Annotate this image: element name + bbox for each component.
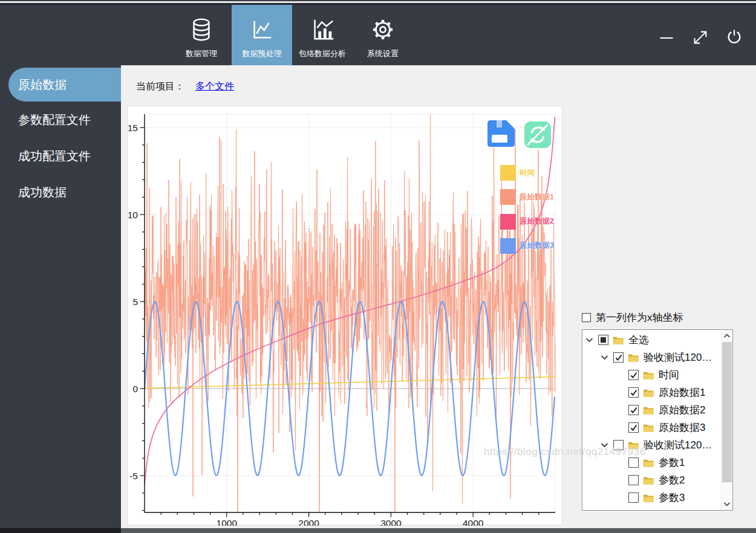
folder-icon [643, 389, 654, 397]
chart: -50510151000200030004000 [128, 106, 563, 526]
svg-text:2000: 2000 [298, 518, 319, 526]
tree-checkbox[interactable] [628, 493, 639, 503]
minimize-button[interactable] [657, 28, 676, 47]
gear-icon [370, 11, 396, 48]
bar-chart-icon [309, 11, 336, 48]
window-bottom-edge [0, 528, 121, 533]
svg-text:1000: 1000 [217, 518, 238, 526]
folder-icon [643, 494, 654, 502]
tree-scrollbar[interactable] [721, 331, 732, 509]
floppy-disk-icon [487, 120, 515, 147]
main-content: 当前项目：多个文件 -50510151000200030004000 时间原始数… [121, 65, 756, 528]
save-button[interactable] [487, 120, 515, 147]
tree-row[interactable]: 原始数据2 [583, 401, 721, 419]
scrollbar-up-button[interactable] [722, 331, 732, 341]
svg-text:-5: -5 [129, 471, 138, 481]
toolbar-tabs: 数据管理 数据预处理 包络数据分析 [171, 5, 413, 65]
tree-item-label: 验收测试120… [644, 438, 712, 452]
data-tree: 全选验收测试120…时间原始数据1原始数据2原始数据3验收测试120…参数1参数… [583, 331, 721, 510]
tree-checkbox[interactable] [628, 370, 639, 380]
tree-row[interactable]: 时间 [583, 366, 721, 384]
tab-label: 数据管理 [186, 48, 217, 59]
folder-icon [643, 424, 654, 432]
tree-row[interactable]: 参数2 [583, 471, 721, 489]
tree-row[interactable]: 验收测试120… [583, 349, 721, 366]
database-icon [189, 11, 214, 48]
tree-item-label: 原始数据3 [659, 421, 705, 434]
data-tree-panel: 全选验收测试120…时间原始数据1原始数据2原始数据3验收测试120…参数1参数… [582, 329, 733, 511]
sidebar-item-label: 参数配置文件 [18, 113, 91, 126]
sidebar-item-label: 成功配置文件 [18, 149, 91, 163]
tab-label: 系统设置 [367, 48, 399, 59]
toolbar: 数据管理 数据预处理 包络数据分析 [0, 5, 756, 65]
sidebar-item-label: 原始数据 [18, 78, 67, 91]
tree-checkbox[interactable] [628, 422, 639, 433]
tree-item-label: 时间 [659, 368, 679, 382]
scrollbar-down-button[interactable] [722, 499, 732, 509]
sidebar-item-success-data[interactable]: 成功数据 [0, 178, 121, 207]
sidebar-item-label: 成功数据 [18, 186, 67, 199]
tree-checkbox[interactable] [628, 475, 639, 485]
tab-data-management[interactable]: 数据管理 [171, 5, 232, 65]
folder-icon [643, 406, 654, 415]
tree-row[interactable]: 参数3 [583, 489, 721, 506]
tree-row[interactable]: 原始数据1 [583, 384, 721, 401]
scrollbar-thumb[interactable] [722, 342, 732, 482]
chevron-down-icon[interactable] [601, 355, 613, 360]
tree-item-label: 验收测试120… [644, 350, 712, 364]
chart-panel: -50510151000200030004000 时间原始数据1原始数据2原始数… [127, 106, 562, 525]
sidebar: 原始数据 参数配置文件 成功配置文件 成功数据 [0, 65, 121, 528]
tree-row[interactable]: 原始数据3 [583, 419, 721, 436]
power-button[interactable] [725, 28, 744, 47]
sidebar-item-param-config-file[interactable]: 参数配置文件 [0, 105, 121, 134]
svg-text:3000: 3000 [380, 518, 402, 526]
tab-system-settings[interactable]: 系统设置 [353, 5, 413, 65]
svg-text:10: 10 [128, 210, 138, 220]
x-axis-option-row: 第一列作为x轴坐标 [582, 311, 683, 325]
window-top-edge [0, 0, 756, 5]
tree-item-label: 参数1 [659, 456, 685, 470]
tree-item-label: 原始数据2 [659, 403, 705, 417]
current-project-row: 当前项目：多个文件 [136, 80, 234, 93]
project-label: 当前项目： [136, 81, 184, 91]
tree-checkbox[interactable] [628, 387, 639, 398]
svg-text:5: 5 [132, 297, 138, 307]
sidebar-item-raw-data[interactable]: 原始数据 [8, 68, 121, 102]
tab-label: 包络数据分析 [299, 48, 346, 59]
folder-icon [643, 371, 654, 380]
svg-text:15: 15 [128, 123, 138, 133]
first-column-as-x-label: 第一列作为x轴坐标 [596, 311, 683, 325]
first-column-as-x-checkbox[interactable] [582, 313, 591, 322]
project-link[interactable]: 多个文件 [195, 81, 234, 91]
line-chart-icon [249, 11, 275, 48]
tree-checkbox[interactable] [598, 335, 608, 345]
sync-disabled-icon [524, 121, 551, 148]
window-controls [657, 28, 744, 47]
tree-checkbox[interactable] [628, 457, 639, 468]
maximize-button[interactable] [691, 28, 710, 47]
tree-row[interactable] [583, 506, 721, 510]
tab-label: 数据预处理 [243, 48, 282, 59]
folder-icon [643, 459, 654, 467]
svg-text:0: 0 [132, 384, 138, 394]
window-bottom-edge [121, 528, 756, 533]
tree-item-label: 参数2 [659, 473, 685, 487]
tree-item-label: 全选 [628, 333, 649, 347]
tree-checkbox[interactable] [628, 405, 639, 415]
tab-data-preprocessing[interactable]: 数据预处理 [232, 5, 292, 65]
folder-icon [628, 354, 639, 362]
tree-row[interactable]: 全选 [583, 331, 721, 349]
tab-envelope-analysis[interactable]: 包络数据分析 [292, 5, 353, 65]
watermark: https://blog.csdn.net/qq21497936 [484, 446, 645, 458]
folder-icon [613, 336, 624, 344]
svg-text:4000: 4000 [463, 518, 484, 526]
tree-checkbox[interactable] [613, 352, 624, 363]
tree-item-label: 原始数据1 [659, 386, 705, 399]
sidebar-item-success-config-file[interactable]: 成功配置文件 [0, 141, 121, 170]
chevron-down-icon[interactable] [585, 337, 598, 343]
tree-item-label: 参数3 [659, 491, 685, 505]
auto-refresh-toggle-button[interactable] [524, 121, 551, 148]
folder-icon [643, 476, 654, 485]
